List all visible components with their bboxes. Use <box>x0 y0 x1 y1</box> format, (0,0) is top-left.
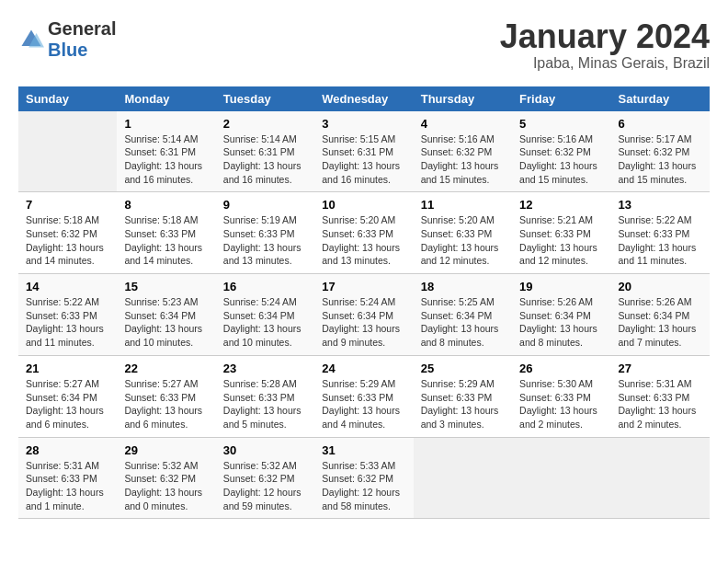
col-tuesday: Tuesday <box>216 86 314 111</box>
calendar-cell: 11Sunrise: 5:20 AM Sunset: 6:33 PM Dayli… <box>414 192 512 274</box>
day-info: Sunrise: 5:18 AM Sunset: 6:33 PM Dayligh… <box>124 213 208 268</box>
day-number: 2 <box>223 117 307 131</box>
day-info: Sunrise: 5:17 AM Sunset: 6:32 PM Dayligh… <box>619 132 702 187</box>
day-info: Sunrise: 5:29 AM Sunset: 6:33 PM Dayligh… <box>421 377 505 431</box>
day-info: Sunrise: 5:14 AM Sunset: 6:31 PM Dayligh… <box>223 132 307 187</box>
day-number: 10 <box>322 198 405 212</box>
calendar-cell: 10Sunrise: 5:20 AM Sunset: 6:33 PM Dayli… <box>314 192 413 274</box>
calendar-cell: 6Sunrise: 5:17 AM Sunset: 6:32 PM Daylig… <box>611 111 710 192</box>
day-number: 13 <box>619 198 702 212</box>
day-number: 3 <box>322 117 405 131</box>
day-number: 5 <box>519 117 603 131</box>
week-row-3: 14Sunrise: 5:22 AM Sunset: 6:33 PM Dayli… <box>18 274 710 356</box>
day-info: Sunrise: 5:32 AM Sunset: 6:32 PM Dayligh… <box>124 459 208 513</box>
day-info: Sunrise: 5:16 AM Sunset: 6:32 PM Dayligh… <box>519 132 603 187</box>
calendar-cell: 2Sunrise: 5:14 AM Sunset: 6:31 PM Daylig… <box>216 111 314 192</box>
day-info: Sunrise: 5:30 AM Sunset: 6:33 PM Dayligh… <box>519 377 603 431</box>
calendar-cell: 18Sunrise: 5:25 AM Sunset: 6:34 PM Dayli… <box>414 274 512 356</box>
day-number: 17 <box>322 280 405 293</box>
day-info: Sunrise: 5:15 AM Sunset: 6:31 PM Dayligh… <box>322 132 405 187</box>
calendar-table: Sunday Monday Tuesday Wednesday Thursday… <box>18 86 710 520</box>
calendar-cell: 17Sunrise: 5:24 AM Sunset: 6:34 PM Dayli… <box>314 274 413 356</box>
calendar-cell: 12Sunrise: 5:21 AM Sunset: 6:33 PM Dayli… <box>512 192 610 274</box>
day-number: 7 <box>26 198 109 212</box>
col-saturday: Saturday <box>611 86 710 111</box>
calendar-cell: 14Sunrise: 5:22 AM Sunset: 6:33 PM Dayli… <box>18 274 117 356</box>
day-info: Sunrise: 5:32 AM Sunset: 6:32 PM Dayligh… <box>223 459 307 513</box>
day-number: 25 <box>421 362 505 375</box>
day-number: 27 <box>619 362 702 375</box>
calendar-cell: 13Sunrise: 5:22 AM Sunset: 6:33 PM Dayli… <box>611 192 710 274</box>
logo-text: General Blue <box>48 18 116 61</box>
calendar-cell: 8Sunrise: 5:18 AM Sunset: 6:33 PM Daylig… <box>117 192 215 274</box>
col-wednesday: Wednesday <box>314 86 413 111</box>
week-row-4: 21Sunrise: 5:27 AM Sunset: 6:34 PM Dayli… <box>18 355 710 437</box>
day-info: Sunrise: 5:28 AM Sunset: 6:33 PM Dayligh… <box>223 377 307 431</box>
day-number: 6 <box>619 117 702 131</box>
calendar-cell: 3Sunrise: 5:15 AM Sunset: 6:31 PM Daylig… <box>314 111 413 192</box>
day-number: 15 <box>124 280 208 293</box>
calendar-cell: 31Sunrise: 5:33 AM Sunset: 6:32 PM Dayli… <box>314 437 413 519</box>
day-info: Sunrise: 5:18 AM Sunset: 6:32 PM Dayligh… <box>26 213 109 268</box>
calendar-cell <box>512 437 610 519</box>
calendar-cell: 25Sunrise: 5:29 AM Sunset: 6:33 PM Dayli… <box>414 355 512 437</box>
calendar-cell <box>611 437 710 519</box>
day-number: 12 <box>519 198 603 212</box>
title-area: January 2024 Ipaba, Minas Gerais, Brazil <box>500 18 710 72</box>
col-thursday: Thursday <box>414 86 512 111</box>
location-subtitle: Ipaba, Minas Gerais, Brazil <box>500 55 710 72</box>
day-info: Sunrise: 5:22 AM Sunset: 6:33 PM Dayligh… <box>619 213 702 268</box>
calendar-body: 1Sunrise: 5:14 AM Sunset: 6:31 PM Daylig… <box>18 111 710 519</box>
calendar-header: Sunday Monday Tuesday Wednesday Thursday… <box>18 86 710 111</box>
day-info: Sunrise: 5:21 AM Sunset: 6:33 PM Dayligh… <box>519 213 603 268</box>
calendar-cell: 24Sunrise: 5:29 AM Sunset: 6:33 PM Dayli… <box>314 355 413 437</box>
day-info: Sunrise: 5:22 AM Sunset: 6:33 PM Dayligh… <box>26 295 109 350</box>
logo-blue: Blue <box>48 40 87 60</box>
day-info: Sunrise: 5:20 AM Sunset: 6:33 PM Dayligh… <box>322 213 405 268</box>
day-info: Sunrise: 5:24 AM Sunset: 6:34 PM Dayligh… <box>223 295 307 350</box>
calendar-cell: 16Sunrise: 5:24 AM Sunset: 6:34 PM Dayli… <box>216 274 314 356</box>
calendar-cell: 5Sunrise: 5:16 AM Sunset: 6:32 PM Daylig… <box>512 111 610 192</box>
week-row-1: 1Sunrise: 5:14 AM Sunset: 6:31 PM Daylig… <box>18 111 710 192</box>
week-row-5: 28Sunrise: 5:31 AM Sunset: 6:33 PM Dayli… <box>18 437 710 519</box>
day-number: 9 <box>223 198 307 212</box>
calendar-cell: 28Sunrise: 5:31 AM Sunset: 6:33 PM Dayli… <box>18 437 117 519</box>
day-info: Sunrise: 5:20 AM Sunset: 6:33 PM Dayligh… <box>421 213 505 268</box>
calendar-cell: 21Sunrise: 5:27 AM Sunset: 6:34 PM Dayli… <box>18 355 117 437</box>
day-number: 8 <box>124 198 208 212</box>
calendar-cell <box>414 437 512 519</box>
day-info: Sunrise: 5:26 AM Sunset: 6:34 PM Dayligh… <box>619 295 702 350</box>
day-number: 21 <box>26 362 109 375</box>
day-number: 28 <box>26 443 109 457</box>
day-info: Sunrise: 5:29 AM Sunset: 6:33 PM Dayligh… <box>322 377 405 431</box>
day-number: 19 <box>519 280 603 293</box>
day-info: Sunrise: 5:19 AM Sunset: 6:33 PM Dayligh… <box>223 213 307 268</box>
col-monday: Monday <box>117 86 215 111</box>
day-info: Sunrise: 5:31 AM Sunset: 6:33 PM Dayligh… <box>619 377 702 431</box>
logo-icon <box>18 27 44 52</box>
day-number: 31 <box>322 443 405 457</box>
day-info: Sunrise: 5:27 AM Sunset: 6:33 PM Dayligh… <box>124 377 208 431</box>
day-number: 26 <box>519 362 603 375</box>
calendar-cell: 27Sunrise: 5:31 AM Sunset: 6:33 PM Dayli… <box>611 355 710 437</box>
col-friday: Friday <box>512 86 610 111</box>
day-number: 24 <box>322 362 405 375</box>
calendar-cell: 22Sunrise: 5:27 AM Sunset: 6:33 PM Dayli… <box>117 355 215 437</box>
calendar-cell: 1Sunrise: 5:14 AM Sunset: 6:31 PM Daylig… <box>117 111 215 192</box>
week-row-2: 7Sunrise: 5:18 AM Sunset: 6:32 PM Daylig… <box>18 192 710 274</box>
day-info: Sunrise: 5:16 AM Sunset: 6:32 PM Dayligh… <box>421 132 505 187</box>
day-number: 11 <box>421 198 505 212</box>
day-number: 1 <box>124 117 208 131</box>
calendar-cell: 4Sunrise: 5:16 AM Sunset: 6:32 PM Daylig… <box>414 111 512 192</box>
calendar-cell: 19Sunrise: 5:26 AM Sunset: 6:34 PM Dayli… <box>512 274 610 356</box>
day-info: Sunrise: 5:23 AM Sunset: 6:34 PM Dayligh… <box>124 295 208 350</box>
day-info: Sunrise: 5:24 AM Sunset: 6:34 PM Dayligh… <box>322 295 405 350</box>
day-number: 23 <box>223 362 307 375</box>
day-info: Sunrise: 5:27 AM Sunset: 6:34 PM Dayligh… <box>26 377 109 431</box>
calendar-cell: 15Sunrise: 5:23 AM Sunset: 6:34 PM Dayli… <box>117 274 215 356</box>
calendar-cell: 26Sunrise: 5:30 AM Sunset: 6:33 PM Dayli… <box>512 355 610 437</box>
day-number: 20 <box>619 280 702 293</box>
day-number: 22 <box>124 362 208 375</box>
day-info: Sunrise: 5:33 AM Sunset: 6:32 PM Dayligh… <box>322 459 405 513</box>
logo: General Blue <box>18 18 116 61</box>
